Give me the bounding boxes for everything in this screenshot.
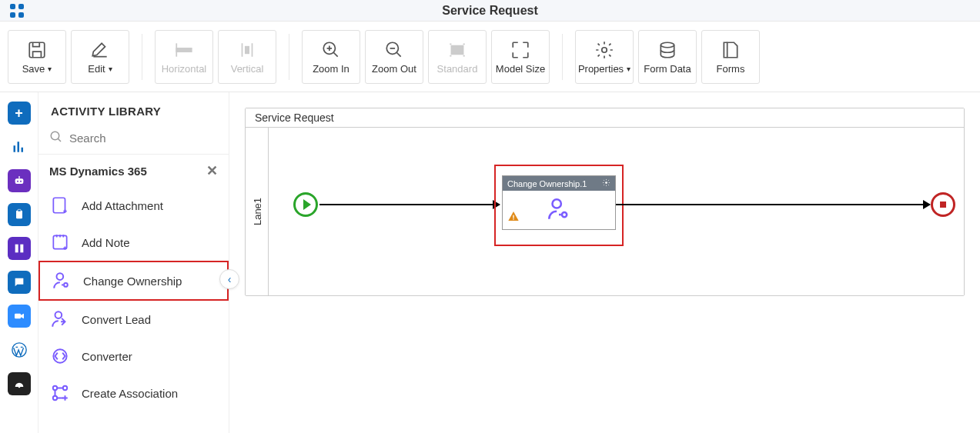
align-horizontal-icon [174,38,194,62]
zoom-standard-button: Standard [428,30,487,84]
svg-rect-3 [18,12,24,18]
end-node[interactable] [931,192,955,217]
svg-point-13 [17,181,18,182]
toolbar-divider [142,34,142,80]
lane-header[interactable]: Lane1 [246,128,269,295]
rail-gauge-icon[interactable] [8,372,31,395]
rail-clipboard-icon[interactable] [8,203,31,226]
svg-point-22 [51,132,59,140]
lib-item-label: Create Association [82,387,178,400]
rail-chart-icon[interactable] [8,135,31,158]
app-switcher-icon[interactable] [8,2,26,20]
svg-point-11 [661,42,674,48]
zoom-standard-icon [447,38,467,62]
svg-point-31 [53,396,57,400]
form-data-button[interactable]: Form Data [638,30,697,84]
svg-point-33 [553,199,561,208]
svg-point-34 [562,212,567,216]
vertical-align-button: Vertical [218,30,276,84]
search-icon [49,130,63,146]
svg-rect-36 [513,218,513,219]
chevron-down-icon: ▾ [48,65,52,73]
svg-point-29 [53,386,57,390]
edge[interactable] [319,204,500,205]
process-canvas[interactable]: Service Request Lane1 [229,92,980,433]
rail-bot-icon[interactable] [8,169,31,192]
activity-title: Change Ownership.1 [507,179,587,188]
left-rail: + [0,92,38,433]
start-node[interactable] [293,192,318,217]
search-input[interactable] [69,132,218,145]
lib-item-label: Change Ownership [83,275,182,288]
svg-rect-18 [20,245,23,253]
add-button[interactable]: + [8,102,31,125]
rail-chat-icon[interactable] [8,271,31,294]
svg-point-26 [64,283,68,287]
lib-item-create-association[interactable]: Create Association [38,375,229,411]
svg-point-14 [20,181,22,182]
lane-label: Lane1 [251,198,263,225]
create-association-icon [49,382,71,404]
close-category-icon[interactable]: ✕ [206,162,218,179]
process-pool[interactable]: Service Request Lane1 [245,108,965,296]
zoom-out-icon [384,38,404,62]
warning-icon [507,210,520,225]
chevron-down-icon: ▾ [627,65,630,73]
edit-button[interactable]: Edit▾ [71,30,129,84]
svg-rect-1 [18,4,24,9]
lib-item-converter[interactable]: Converter [38,338,229,375]
lib-item-change-ownership[interactable]: Change Ownership [38,261,229,301]
forms-icon [721,38,741,62]
zoom-in-button[interactable]: Zoom In [302,30,360,84]
align-vertical-icon [237,38,257,62]
main-toolbar: Save▾ Edit▾ Horizontal Vertical [0,22,980,92]
svg-rect-17 [15,245,18,253]
lib-item-label: Converter [82,350,132,363]
horizontal-align-button: Horizontal [155,30,213,84]
activity-node-change-ownership[interactable]: Change Ownership.1 [502,175,616,230]
save-button[interactable]: Save▾ [8,30,66,84]
lane[interactable]: Lane1 Change Ownership.1 [246,128,964,295]
chevron-left-icon: ‹ [228,273,232,285]
category-name: MS Dynamics 365 [49,165,147,178]
svg-point-21 [18,386,20,388]
zoom-out-button[interactable]: Zoom Out [365,30,423,84]
svg-rect-4 [29,42,45,58]
edge[interactable] [616,204,930,205]
svg-rect-0 [10,4,15,9]
svg-point-32 [605,182,607,184]
svg-point-10 [602,48,607,53]
chevron-down-icon: ▾ [109,65,112,73]
lib-item-add-attachment[interactable]: Add Attachment [38,187,229,224]
page-title: Service Request [442,4,538,18]
zoom-in-icon [321,38,341,62]
pool-title: Service Request [246,108,964,128]
sidebar-title: ACTIVITY LIBRARY [38,92,229,125]
collapse-sidebar-button[interactable]: ‹ [219,269,239,289]
edit-icon [90,38,110,62]
change-ownership-icon [51,270,72,291]
change-ownership-icon [546,196,572,225]
rail-wordpress-icon[interactable] [8,338,31,361]
forms-button[interactable]: Forms [701,30,760,84]
svg-rect-2 [10,12,15,18]
lib-item-label: Add Attachment [82,199,163,212]
lib-item-label: Convert Lead [82,313,151,326]
lib-item-convert-lead[interactable]: Convert Lead [38,301,229,338]
svg-rect-12 [15,178,23,184]
save-icon [27,38,47,62]
activity-sidebar: ACTIVITY LIBRARY MS Dynamics 365 ✕ Add A… [38,92,229,433]
svg-rect-9 [451,46,463,55]
svg-rect-6 [246,47,249,54]
lib-item-add-note[interactable]: Add Note [38,224,229,261]
model-size-button[interactable]: Model Size [491,30,550,84]
add-note-icon [49,231,71,253]
properties-button[interactable]: Properties▾ [575,30,634,84]
gear-icon[interactable] [602,178,610,188]
svg-rect-23 [53,198,65,213]
gear-icon [594,38,614,62]
model-size-icon [510,38,530,62]
rail-video-icon[interactable] [8,305,31,328]
rail-columns-icon[interactable] [8,237,31,260]
database-icon [657,38,677,62]
